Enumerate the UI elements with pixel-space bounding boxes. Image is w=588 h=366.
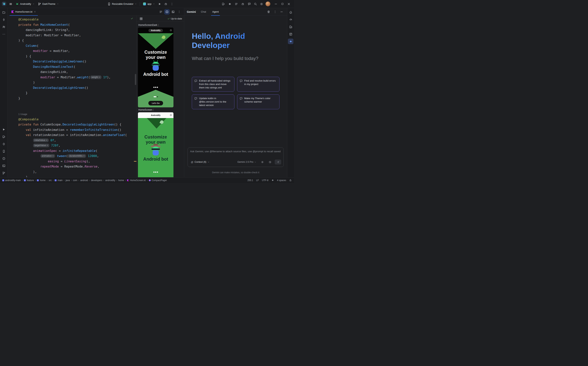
caret-position[interactable]: 255:1	[247, 179, 253, 182]
breadcrumb-item[interactable]: androidify-main	[2, 179, 21, 182]
settings-button[interactable]	[259, 1, 264, 7]
run-configuration-selector[interactable]: app	[142, 1, 156, 6]
code-line: val rotationAnimation = infiniteAnimatio…	[18, 132, 137, 138]
breadcrumb-item[interactable]: android	[80, 179, 88, 182]
gemini-assist-button[interactable]	[227, 1, 233, 7]
breadcrumb-item[interactable]: CompactPager	[149, 179, 167, 182]
breadcrumb-item[interactable]: developers	[91, 179, 102, 182]
version-control-tool-button[interactable]	[1, 170, 7, 176]
preview-phone-homescreendark[interactable]: Androidify Customize your own	[138, 28, 174, 107]
breadcrumb-item[interactable]: src	[48, 179, 52, 182]
gemini-more-button[interactable]	[272, 9, 278, 15]
view-mode-code-button[interactable]	[158, 9, 163, 14]
more-tool-windows-tool-button[interactable]	[1, 31, 7, 37]
gemini-prompt-input[interactable]: Ask Gemini, use @filename to attach sour…	[188, 147, 284, 167]
terminal-tool-button[interactable]	[1, 163, 7, 168]
android-bot-illustration	[150, 60, 162, 71]
ai-debug-button[interactable]	[240, 1, 246, 7]
notifications-tool-button[interactable]	[288, 9, 293, 15]
device-manager-tool-button[interactable]	[1, 148, 7, 154]
search-everywhere-button[interactable]	[252, 1, 258, 7]
device-phone-icon	[107, 2, 111, 6]
code-line: DecorativeSquiggleLimeGreen()	[18, 59, 137, 64]
inspections-ok-icon[interactable]	[131, 17, 133, 20]
debug-button[interactable]	[163, 1, 169, 7]
profiler-tool-button[interactable]	[288, 17, 293, 22]
code-editor[interactable]: @Composableprivate fun MainHomeContent( …	[8, 16, 137, 177]
editor-scrollbar[interactable]	[135, 16, 136, 177]
preview-headline-bot: Android bot	[138, 72, 174, 77]
gemini-suggestion-card[interactable]: Update kotlin in @libs.version.toml to t…	[192, 94, 234, 109]
lock-icon[interactable]	[289, 179, 292, 182]
at-icon: @	[191, 161, 193, 164]
line-separator[interactable]: LF	[256, 179, 259, 182]
preview-phone-homescreen[interactable]: Androidify Customize your own	[138, 112, 174, 177]
maximize-button[interactable]	[279, 1, 286, 7]
prompt-settings-button[interactable]	[260, 159, 265, 165]
breadcrumb-separator: ›	[103, 179, 104, 182]
breadcrumb-item[interactable]: feature	[24, 179, 34, 182]
more-run-options-button[interactable]	[169, 1, 175, 7]
hide-panel-button[interactable]	[279, 9, 284, 15]
tab-agent[interactable]: Agent	[211, 8, 220, 15]
gemini-suggestion-card[interactable]: Extract all hardcoded strings from this …	[192, 77, 234, 92]
context-selector[interactable]: @ Context (6)	[190, 160, 210, 164]
breadcrumb-item[interactable]: java	[66, 179, 70, 182]
breadcrumb-item[interactable]: home	[37, 179, 46, 182]
close-button[interactable]	[286, 1, 292, 7]
preview-list[interactable]: HomeScreenDark Androidify Customize	[137, 22, 184, 177]
clear-chat-button[interactable]	[266, 9, 271, 15]
indent-setting[interactable]: 4 spaces	[277, 179, 286, 182]
layout-inspector-tool-button[interactable]	[288, 31, 293, 37]
module-icon	[55, 179, 57, 181]
send-button[interactable]	[275, 160, 281, 164]
breadcrumb-item[interactable]: HomeScreen.kt	[127, 179, 146, 182]
running-devices-tool-button[interactable]	[1, 134, 7, 139]
maximize-icon	[281, 3, 284, 5]
project-folder-tool-button[interactable]	[1, 9, 7, 15]
breadcrumb-item[interactable]: com	[73, 179, 77, 182]
device-selector[interactable]: Resizable Emulator	[106, 1, 138, 7]
device-explorer-tool-button[interactable]	[288, 24, 293, 30]
preview-more-button[interactable]	[157, 24, 160, 26]
model-selector[interactable]: Gemini 2.5 Pro	[236, 160, 258, 164]
user-avatar[interactable]	[266, 1, 270, 6]
minimize-button[interactable]	[273, 1, 279, 7]
prompt-history-button[interactable]	[267, 159, 273, 165]
breadcrumb-item[interactable]: androidify	[105, 179, 115, 182]
tab-chat[interactable]: Chat	[200, 8, 207, 15]
prompt-chat-icon	[240, 79, 243, 83]
pull-requests-tool-button[interactable]	[1, 24, 7, 30]
gemini-suggestion-card[interactable]: Make my Theme's color scheme warmer	[237, 94, 280, 109]
commit-tool-button[interactable]	[1, 17, 7, 22]
tab-close-button[interactable]	[34, 11, 36, 13]
problems-tool-button[interactable]	[1, 156, 7, 161]
todo-list-button[interactable]	[233, 1, 239, 7]
running-devices-button[interactable]	[221, 1, 226, 7]
breadcrumb-item[interactable]: main	[55, 179, 62, 182]
run-tool-button[interactable]	[1, 127, 7, 132]
branch-selector[interactable]: DarkTheme	[37, 1, 60, 7]
view-mode-split-button[interactable]	[164, 9, 169, 14]
main-menu-button[interactable]	[8, 1, 14, 7]
breadcrumb-item[interactable]: home	[118, 179, 124, 182]
lets-go-button[interactable]: Let's Go	[148, 101, 163, 106]
code-line: private fun MainHomeContent(	[18, 22, 137, 28]
preview-gallery-button[interactable]	[139, 16, 144, 21]
code-review-chat-button[interactable]	[246, 1, 252, 7]
gemini-star-icon[interactable]	[271, 179, 274, 182]
code-content[interactable]: @Composableprivate fun MainHomeContent( …	[8, 16, 137, 177]
build-variants-tool-button[interactable]	[1, 141, 7, 147]
gemini-tool-button[interactable]	[288, 38, 293, 44]
editor-tab-homescreen[interactable]: HomeScreen.kt	[9, 8, 38, 15]
gemini-suggestion-card[interactable]: Find and resolve build errors in my proj…	[237, 77, 280, 92]
file-encoding[interactable]: UTF-8	[262, 179, 268, 182]
run-button[interactable]	[157, 1, 163, 7]
view-mode-design-button[interactable]	[171, 9, 176, 14]
send-icon	[277, 161, 279, 163]
scrollbar-thumb[interactable]	[135, 74, 136, 85]
project-selector[interactable]: Androidify	[14, 1, 36, 7]
preview-more-button[interactable]	[152, 109, 155, 111]
preview-app-title: Androidify	[151, 114, 160, 116]
editor-more-button[interactable]	[177, 9, 182, 14]
